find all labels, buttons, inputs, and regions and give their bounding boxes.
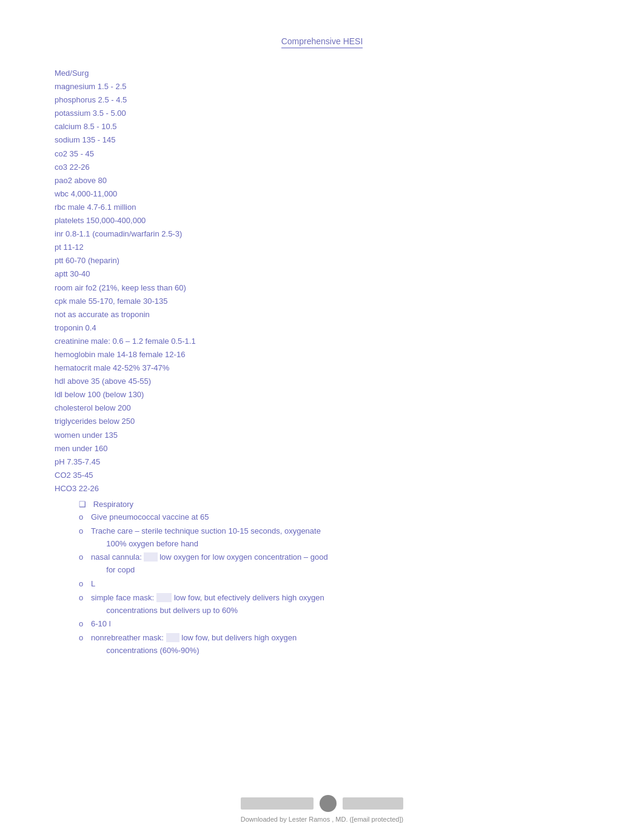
line-pt: pt 11-12 [55, 241, 595, 254]
footer: Downloaded by Lester Ramos , MD. ([email… [0, 795, 644, 823]
highlight-face-mask [156, 593, 172, 602]
bullet-marker-7: o [79, 632, 91, 645]
line-inr: inr 0.8-1.1 (coumadin/warfarin 2.5-3) [55, 227, 595, 241]
line-sodium: sodium 135 - 145 [55, 133, 595, 147]
line-troponin: troponin 0.4 [55, 321, 595, 335]
footer-avatar [320, 795, 337, 812]
bullet-marker-4: o [79, 578, 91, 591]
highlight-nonrebreather [166, 633, 179, 642]
line-ph: pH 7.35-7.45 [55, 455, 595, 469]
bullet-text-2: Trache care – sterile technique suction … [91, 525, 595, 551]
line-troponin-note: not as accurate as troponin [55, 308, 595, 321]
line-co3: co3 22-26 [55, 161, 595, 174]
line-co2: co2 35 - 45 [55, 147, 595, 161]
list-item: o Trache care – sterile technique suctio… [79, 525, 595, 551]
bullet-text-6: 6-10 l [91, 618, 595, 631]
list-item: o 6-10 l [79, 618, 595, 631]
line-ldl: ldl below 100 (below 130) [55, 388, 595, 401]
line-calcium: calcium 8.5 - 10.5 [55, 120, 595, 133]
highlight-nasal [144, 552, 157, 562]
line-rbc: rbc male 4.7-6.1 million [55, 201, 595, 214]
respiratory-header-line: ❑ Respiratory [79, 498, 595, 511]
line-triglycerides: triglycerides below 250 [55, 415, 595, 428]
line-aptt: aptt 30-40 [55, 267, 595, 281]
list-item: o Give pneumococcal vaccine at 65 [79, 511, 595, 524]
content-block: Med/Surg magnesium 1.5 - 2.5 phosphorus … [55, 67, 595, 657]
line-CO2: CO2 35-45 [55, 469, 595, 482]
line-wbc: wbc 4,000-11,000 [55, 187, 595, 201]
list-item: o nasal cannula: low oxygen for low oxyg… [79, 551, 595, 577]
bullet-text-4: L [91, 578, 595, 591]
bullet-marker-1: o [79, 511, 91, 524]
line-room-air: room air fo2 (21%, keep less than 60) [55, 281, 595, 295]
line-hematocrit: hematocrit male 42-52% 37-47% [55, 361, 595, 375]
line-pao2: pao2 above 80 [55, 174, 595, 187]
footer-logo [241, 797, 314, 810]
bullet-marker-3: o [79, 551, 91, 564]
list-item: o simple face mask: low fow, but efectiv… [79, 592, 595, 617]
line-hdl: hdl above 35 (above 45-55) [55, 375, 595, 388]
respiratory-bullet-marker: ❑ [79, 500, 86, 509]
line-magnesium: magnesium 1.5 - 2.5 [55, 80, 595, 93]
page-container: Comprehensive HESI Med/Surg magnesium 1.… [0, 0, 644, 835]
line-phosphorus: phosphorus 2.5 - 4.5 [55, 93, 595, 107]
line-hemoglobin: hemoglobin male 14-18 female 12-16 [55, 348, 595, 361]
bullet-text-7: nonrebreather mask: low fow, but deliver… [91, 632, 595, 657]
line-cpk: cpk male 55-170, female 30-135 [55, 295, 595, 308]
respiratory-items: o Give pneumococcal vaccine at 65 o Trac… [79, 511, 595, 657]
page-title: Comprehensive HESI [281, 36, 363, 49]
page-title-area: Comprehensive HESI [49, 36, 595, 49]
line-cholesterol: cholesterol below 200 [55, 401, 595, 415]
line-platelets: platelets 150,000-400,000 [55, 214, 595, 227]
bullet-marker-2: o [79, 525, 91, 538]
list-item: o L [79, 578, 595, 591]
line-women: women under 135 [55, 429, 595, 442]
line-creatinine: creatinine male: 0.6 – 1.2 female 0.5-1.… [55, 335, 595, 348]
line-men: men under 160 [55, 442, 595, 455]
line-ptt: ptt 60-70 (heparin) [55, 254, 595, 267]
footer-text: Downloaded by Lester Ramos , MD. ([email… [0, 816, 644, 823]
bullet-text-3: nasal cannula: low oxygen for low oxygen… [91, 551, 595, 577]
footer-bar [0, 795, 644, 812]
bullet-text-5: simple face mask: low fow, but efectivel… [91, 592, 595, 617]
line-HCO3: HCO3 22-26 [55, 482, 595, 495]
list-item: o nonrebreather mask: low fow, but deliv… [79, 632, 595, 657]
bullet-marker-6: o [79, 618, 91, 631]
bullet-marker-5: o [79, 592, 91, 605]
bullet-text-1: Give pneumococcal vaccine at 65 [91, 511, 595, 524]
respiratory-block: ❑ Respiratory o Give pneumococcal vaccin… [55, 498, 595, 657]
line-potassium: potassium 3.5 - 5.00 [55, 107, 595, 120]
footer-brand [343, 797, 403, 810]
respiratory-label: Respiratory [93, 500, 133, 509]
medsurg-header: Med/Surg [55, 67, 595, 80]
